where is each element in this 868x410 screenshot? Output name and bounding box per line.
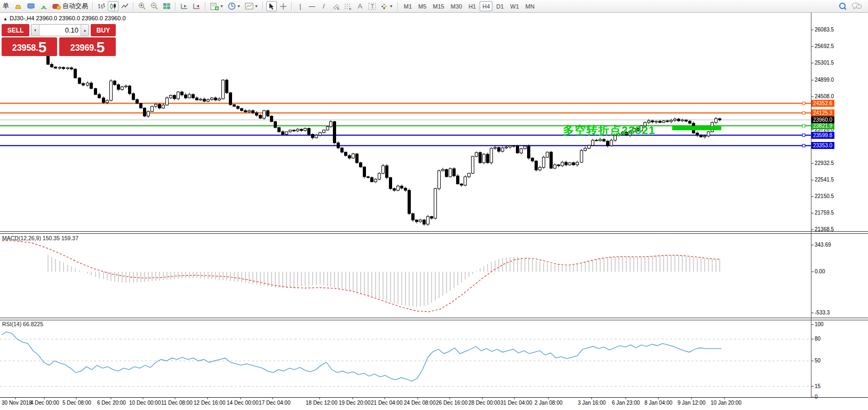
time-axis-label: 10 Jan 20:00 — [711, 400, 742, 406]
trendline-tool[interactable]: / — [318, 1, 329, 11]
candle-body — [595, 140, 598, 141]
template-dropdown-arrow[interactable]: ▼ — [254, 4, 258, 8]
candle-body — [333, 122, 336, 143]
candle-body — [200, 99, 202, 100]
highlight-rectangle-object[interactable] — [672, 126, 721, 130]
period-dropdown-arrow[interactable]: ▼ — [237, 4, 241, 8]
level-price-label: 23353.0 — [811, 142, 834, 149]
time-axis-label: 24 Dec 08:00 — [404, 400, 436, 406]
candle-body — [543, 157, 545, 167]
order-menu-label[interactable]: 单 — [1, 1, 11, 11]
timeframe-button-m15[interactable]: M15 — [430, 1, 447, 11]
candle-body — [188, 94, 191, 98]
timeframe-button-h4[interactable]: H4 — [480, 1, 492, 11]
timeframe-button-w1[interactable]: W1 — [507, 1, 522, 11]
zoom-out-icon[interactable] — [149, 1, 160, 11]
candle-body — [86, 83, 89, 85]
candle-body — [282, 132, 284, 135]
new-order-button[interactable]: ▼ — [209, 1, 225, 11]
candle-body — [651, 121, 654, 122]
level-price-label: 23599.8 — [811, 132, 834, 139]
sell-button[interactable]: SELL — [2, 24, 29, 36]
candle-body — [207, 99, 210, 101]
candle-body — [404, 188, 407, 190]
candlestick-chart-icon[interactable] — [108, 1, 118, 11]
crosshair-tool[interactable] — [278, 1, 289, 11]
candle-body — [393, 188, 396, 190]
vertical-line-tool[interactable]: | — [295, 1, 306, 11]
horizontal-line-tool[interactable]: — — [307, 1, 317, 11]
hline-handle[interactable] — [802, 144, 805, 147]
autotrading-button[interactable]: 自动交易 — [51, 1, 90, 11]
collapse-marker-icon[interactable]: ▲ — [3, 17, 7, 21]
fibonacci-tool[interactable]: F — [343, 1, 354, 11]
bar-chart-icon[interactable] — [96, 1, 107, 11]
chart-annotation-text[interactable]: 多空转折点23821 — [563, 123, 655, 138]
hline-handle[interactable] — [802, 124, 805, 127]
buy-price[interactable]: 23969.5 — [59, 37, 116, 56]
hline-handle[interactable] — [802, 102, 805, 105]
zoom-in-icon[interactable] — [137, 1, 148, 11]
timeframe-button-m5[interactable]: M5 — [416, 1, 429, 11]
sell-price-frac: 5 — [38, 40, 47, 55]
candle-body — [457, 176, 459, 184]
volume-up-button[interactable]: ▲ — [81, 25, 89, 36]
candle-body — [520, 149, 523, 153]
candle-body — [419, 220, 422, 222]
cursor-tool[interactable] — [266, 1, 277, 11]
candle-body — [132, 93, 135, 99]
terminal-icon[interactable] — [25, 1, 37, 11]
candle-body — [293, 130, 296, 131]
candle-body — [460, 184, 463, 185]
candle-body — [445, 170, 448, 177]
hline-handle[interactable] — [802, 134, 805, 137]
volume-down-button[interactable]: ▼ — [31, 25, 39, 36]
rsi-pane-divider[interactable] — [0, 318, 868, 320]
text-tool[interactable]: A — [355, 1, 365, 11]
arrows-tool[interactable]: ▼ — [379, 1, 395, 11]
candle-body — [468, 174, 471, 177]
price-tick-label: 24899.0 — [815, 77, 834, 83]
volume-input[interactable]: 0.10 — [39, 25, 81, 36]
rsi-line — [2, 332, 721, 381]
candle-body — [248, 111, 251, 112]
timeframe-button-m1[interactable]: M1 — [401, 1, 415, 11]
candle-body — [472, 156, 474, 174]
candle-body — [401, 186, 403, 188]
timeframe-button-mn[interactable]: MN — [523, 1, 537, 11]
macd-axis-label: -533.3 — [815, 310, 830, 316]
price-tick-label: 22150.5 — [815, 193, 834, 199]
chat-icon[interactable] — [850, 1, 864, 11]
sell-price[interactable]: 23958.5 — [2, 37, 57, 56]
chart-canvas[interactable] — [0, 0, 868, 410]
new-order-dropdown-arrow[interactable]: ▼ — [220, 4, 224, 8]
candle-body — [352, 154, 355, 158]
channel-tool[interactable]: E — [330, 1, 341, 11]
candle-body — [412, 214, 415, 220]
candle-body — [479, 153, 482, 163]
candle-body — [663, 121, 665, 122]
timeframe-button-d1[interactable]: D1 — [493, 1, 506, 11]
macd-pane-divider[interactable] — [0, 231, 868, 234]
arrows-dropdown-arrow[interactable]: ▼ — [389, 4, 393, 8]
candle-body — [389, 178, 392, 189]
candle-body — [580, 151, 583, 162]
search-icon[interactable] — [837, 1, 849, 11]
timeframe-button-h1[interactable]: H1 — [466, 1, 479, 11]
auto-scroll-icon[interactable] — [191, 1, 202, 11]
template-icon[interactable]: ▼ — [243, 1, 260, 11]
line-chart-icon[interactable] — [120, 1, 130, 11]
timeframe-button-m30[interactable]: M30 — [448, 1, 465, 11]
signal-icon[interactable] — [38, 1, 50, 11]
hline-handle[interactable] — [802, 112, 805, 114]
candle-body — [397, 186, 400, 190]
period-clock-icon[interactable]: ▼ — [226, 1, 242, 11]
buy-button[interactable]: BUY — [91, 24, 116, 36]
tile-windows-icon[interactable] — [161, 1, 172, 11]
chart-shift-icon[interactable] — [179, 1, 190, 11]
price-tick-label: 24508.0 — [815, 93, 834, 99]
candle-body — [181, 92, 184, 95]
new-order-ingot-icon[interactable] — [12, 1, 24, 11]
text-label-tool[interactable]: T — [367, 1, 378, 11]
candle-body — [700, 135, 703, 137]
